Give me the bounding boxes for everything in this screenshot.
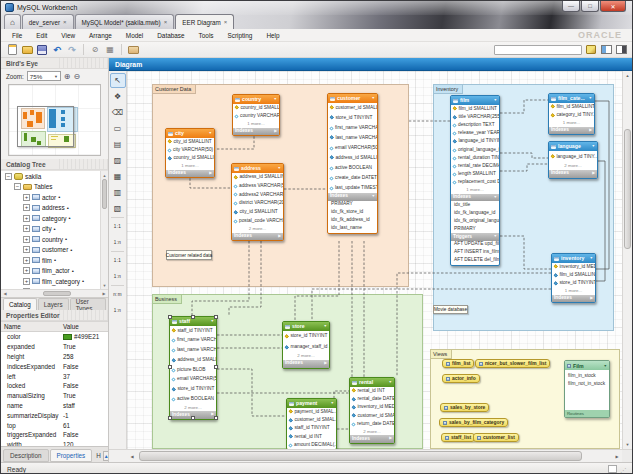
section-row[interactable]: AFT UPDATE upd_film [451, 241, 499, 249]
table-film_cate[interactable]: film_cate...▼film_id SMALLINTcategory_id… [548, 93, 595, 135]
menu-scripting[interactable]: Scripting [221, 32, 260, 39]
rel-1-n-non-identifying-tool-icon[interactable]: 1:n [110, 235, 126, 250]
table-inventory[interactable]: inventory▼inventory_id MEDI...film_id SM… [551, 253, 596, 303]
column-row[interactable]: replacement_cost D... [451, 179, 499, 187]
rel-1-1-non-identifying-tool-icon[interactable]: 1:1 [110, 219, 126, 234]
expand-icon[interactable]: ▶ [389, 437, 392, 441]
column-row[interactable]: city_id SMALLINT [232, 208, 283, 217]
minimap-viewport[interactable] [17, 106, 73, 147]
section-indexes[interactable]: Indexes▼ [328, 193, 377, 201]
column-row[interactable]: amount DECIMAL(... [287, 441, 336, 449]
column-row[interactable]: active BOOLEAN [170, 395, 216, 405]
scroll-up-icon[interactable]: ▲ [623, 71, 632, 80]
pointer-tool-icon[interactable]: ↖ [110, 73, 126, 88]
view-sales_by_store[interactable]: sales_by_store [440, 403, 489, 412]
tree-expander-icon[interactable]: − [14, 183, 21, 190]
column-row[interactable]: active BOOLEAN [328, 163, 377, 173]
property-row-top[interactable]: top61 [1, 420, 108, 430]
diagram-canvas[interactable]: Customer DataInventoryBusinessViewsCusto… [127, 71, 622, 449]
table-header[interactable]: rental▼ [350, 378, 394, 387]
redo-icon[interactable]: ↷ [66, 44, 78, 56]
column-row[interactable]: country VARCHAR(50) [233, 112, 279, 120]
collapse-icon[interactable]: ▼ [371, 195, 375, 199]
scroll-right-icon[interactable]: ▶ [612, 450, 622, 462]
close-icon[interactable]: × [63, 19, 67, 25]
table-city[interactable]: city▼city_id SMALLINTcity VARCHAR(50)cou… [165, 128, 215, 178]
more-columns-row[interactable]: 2 more... [549, 163, 597, 170]
table-tool-icon[interactable]: ▦ [110, 169, 126, 184]
column-row[interactable]: email VARCHAR(50) [328, 143, 377, 153]
tree-expander-icon[interactable]: + [23, 257, 30, 264]
table-payment[interactable]: payment▼payment_id SMAL...customer_id SM… [286, 398, 337, 449]
column-row[interactable]: city_id SMALLINT [166, 138, 214, 146]
expand-icon[interactable]: ▶ [278, 235, 281, 239]
column-row[interactable]: first_name VARCH... [170, 336, 216, 346]
expand-icon[interactable]: ▶ [592, 172, 595, 176]
expand-icon[interactable]: ▶ [324, 362, 327, 366]
selection-handle[interactable] [191, 416, 195, 420]
tree-item-address[interactable]: +address• [1, 203, 108, 214]
minimize-button[interactable]: — [562, 1, 580, 12]
footer-indexes[interactable]: Indexes▶ [549, 127, 594, 135]
tree-expander-icon[interactable]: + [23, 225, 30, 232]
tab-catalog[interactable]: Catalog [3, 298, 37, 310]
collapse-icon[interactable]: ▼ [493, 196, 497, 200]
column-row[interactable]: rental_date DATE... [350, 395, 394, 403]
menu-arrange[interactable]: Arrange [82, 32, 119, 39]
tree-expander-icon[interactable]: + [23, 278, 30, 285]
routine-group-header[interactable]: Film▼ [565, 361, 609, 370]
footer-indexes[interactable]: Indexes▶ [283, 360, 329, 368]
collapse-icon[interactable]: ▼ [277, 167, 281, 171]
table-country[interactable]: country▼country_id SMALLINTcountry VARCH… [232, 94, 280, 136]
selection-handle[interactable] [168, 365, 172, 369]
property-value[interactable]: True [63, 392, 108, 399]
property-row-expanded[interactable]: expandedTrue [1, 342, 108, 352]
search-input[interactable] [494, 45, 582, 55]
tree-item-country[interactable]: +country• [1, 234, 108, 245]
tree-item-actor[interactable]: +actor• [1, 192, 108, 203]
menu-view[interactable]: View [54, 32, 82, 39]
more-columns-row[interactable]: 1 more... [166, 163, 214, 170]
toggle-right-panel-icon[interactable] [615, 44, 627, 56]
tree-expander-icon[interactable]: + [23, 204, 30, 211]
column-row[interactable]: customer_id SMAL... [350, 412, 394, 420]
column-row[interactable]: film_id SMALLINT [552, 271, 595, 279]
footer-indexes[interactable]: Indexes▶ [166, 170, 214, 178]
section-row[interactable]: idx_fk_store_id [328, 209, 377, 217]
column-row[interactable]: first_name VARCHA... [328, 123, 377, 133]
column-row[interactable]: store_id TINYINT [170, 385, 216, 395]
column-row[interactable]: address_id SMALLINT [328, 153, 377, 163]
table-language[interactable]: language▼language_id TINY...2 more...Ind… [548, 141, 598, 179]
close-button[interactable]: ✕ [600, 1, 626, 12]
scroll-right-icon[interactable]: ▶ [100, 290, 108, 297]
expand-icon[interactable]: ▶ [590, 297, 593, 301]
toggle-left-panel-icon[interactable] [600, 44, 612, 56]
note-movie-database[interactable]: Movie database [433, 305, 468, 314]
collapse-icon[interactable]: ▼ [493, 235, 497, 239]
property-row-left[interactable]: left37 [1, 371, 108, 381]
home-tab[interactable]: ⌂ [4, 14, 21, 29]
pane-icon[interactable] [608, 465, 617, 473]
column-row[interactable]: inventory_id MEDI... [552, 263, 595, 271]
footer-indexes[interactable]: Indexes▶ [549, 170, 597, 178]
rel-n-m-identifying-tool-icon[interactable]: n:m [110, 287, 126, 302]
column-row[interactable]: country_id SMALLINT [233, 104, 279, 112]
column-row[interactable]: address_id SMALLINT [232, 173, 283, 182]
table-address[interactable]: address▼address_id SMALLINTaddress VARCH… [231, 163, 284, 241]
grid-icon[interactable]: ▦ [104, 44, 116, 56]
section-row[interactable]: idx_fk_address_id [328, 217, 377, 225]
zoom-combo[interactable]: 75% ▼ [27, 71, 61, 81]
section-row[interactable]: PRIMARY [328, 201, 377, 209]
new-layer-icon[interactable] [127, 44, 139, 56]
column-row[interactable]: rental_rate DECIMA... [451, 162, 499, 170]
footer-indexes[interactable]: Indexes▶ [233, 128, 279, 136]
footer-indexes[interactable]: Indexes▶ [350, 435, 394, 443]
property-value[interactable]: staff [63, 402, 108, 409]
view-sales_by_film_category[interactable]: sales_by_film_category [439, 418, 508, 427]
property-value[interactable]: 61 [63, 422, 108, 429]
section-row[interactable]: idx_fk_original_langua... [451, 217, 499, 225]
column-row[interactable]: city VARCHAR(50) [166, 146, 214, 154]
view-film_list[interactable]: film_list [442, 359, 474, 368]
property-value[interactable]: -1 [63, 412, 108, 419]
column-row[interactable]: staff_id TINYINT [287, 425, 336, 433]
